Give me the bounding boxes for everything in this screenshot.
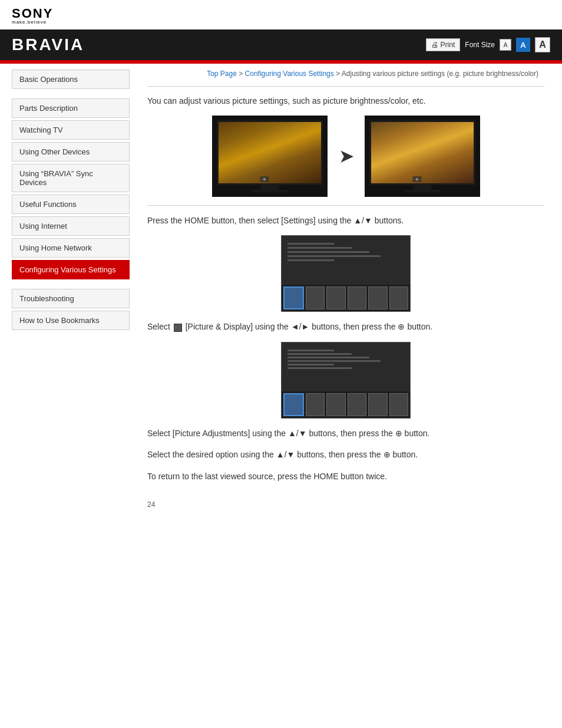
divider-1 [147, 86, 544, 87]
menu-line2-5 [287, 364, 334, 365]
grid2-cell-3 [326, 393, 346, 416]
tv-before: ◈ [212, 116, 328, 197]
breadcrumb-current: Adjusting various picture settings (e.g.… [342, 70, 538, 78]
menu-line2-6 [287, 367, 352, 369]
sidebar-item-how-to-use-bookmarks[interactable]: How to Use Bookmarks [12, 311, 130, 330]
font-size-large-button[interactable]: A [535, 37, 550, 52]
grid-cell-4 [348, 286, 367, 309]
menu-line2-3 [287, 357, 369, 358]
banner-title: BRAVIA [12, 35, 84, 54]
sony-text: SONY [12, 7, 53, 20]
step2-icon-desc: [Picture & Display] [186, 322, 253, 331]
screenshot2-container [147, 342, 544, 419]
grid-cell-3 [326, 286, 346, 309]
sony-logo: SONY make.believe [12, 7, 53, 25]
screenshot1-grid [282, 285, 410, 311]
tv-before-frame: ◈ [212, 116, 328, 197]
main-layout: Basic Operations Parts Description Watch… [0, 64, 562, 521]
grid-cell-6 [389, 286, 409, 309]
tv-before-stand [261, 185, 279, 190]
arrow-icon: ➤ [339, 147, 353, 166]
step3-text: Select [Picture Adjustments] using the ▲… [147, 427, 544, 440]
sidebar-item-parts-description[interactable]: Parts Description [12, 98, 130, 118]
tv-after-stand [414, 185, 431, 190]
grid-cell-2 [306, 286, 325, 309]
grid-cell-5 [368, 286, 388, 309]
screenshot1-container [147, 235, 544, 312]
menu-line-3 [287, 251, 369, 253]
tv-before-base [252, 190, 287, 192]
menu-line2-2 [287, 353, 352, 355]
screenshot2 [281, 342, 411, 419]
sidebar-item-watching-tv[interactable]: Watching TV [12, 120, 130, 140]
sidebar-item-using-home-network[interactable]: Using Home Network [12, 238, 130, 258]
screenshot1 [281, 235, 411, 312]
tv-after-base [405, 190, 440, 192]
banner: BRAVIA 🖨 Print Font Size A A A [0, 29, 562, 60]
menu-line2-1 [287, 350, 334, 351]
return-note: To return to the last viewed source, pre… [147, 470, 544, 483]
step2-text: Select [Picture & Display] using the ◄/►… [147, 320, 544, 333]
grid-cell-1 [283, 286, 304, 309]
menu-line-4 [287, 255, 381, 257]
sidebar-item-using-internet[interactable]: Using Internet [12, 216, 130, 236]
font-size-small-button[interactable]: A [500, 39, 511, 51]
step1-text: Press the HOME button, then select [Sett… [147, 214, 544, 227]
tv-before-screen: ◈ [217, 120, 323, 185]
tv-after: ◈ [365, 116, 480, 197]
divider-2 [147, 205, 544, 206]
sidebar-item-useful-functions[interactable]: Useful Functions [12, 195, 130, 214]
breadcrumb-configuring[interactable]: Configuring Various Settings [245, 70, 334, 78]
breadcrumb-sep1: > [239, 70, 244, 78]
banner-controls: 🖨 Print Font Size A A A [426, 37, 550, 52]
page-number: 24 [147, 500, 544, 515]
breadcrumb-sep2: > [336, 70, 342, 78]
menu-line2-4 [287, 360, 381, 362]
menu-line-2 [287, 247, 352, 249]
screenshot1-menu [282, 236, 410, 270]
tv-images: ◈ ➤ ◈ [147, 116, 544, 197]
print-button[interactable]: 🖨 Print [426, 38, 461, 51]
font-size-label: Font Size [465, 41, 495, 49]
tv-after-frame: ◈ [365, 116, 480, 197]
grid2-cell-5 [368, 393, 388, 416]
grid2-cell-4 [348, 393, 367, 416]
breadcrumb: Top Page > Configuring Various Settings … [147, 70, 544, 78]
grid2-cell-1 [283, 393, 304, 416]
intro-text: You can adjust various picture settings,… [147, 95, 544, 107]
picture-display-icon [174, 324, 182, 332]
screenshot2-menu [282, 342, 410, 378]
step4-text: Select the desired option using the ▲/▼ … [147, 448, 544, 461]
sony-tagline: make.believe [12, 20, 53, 25]
breadcrumb-top-page[interactable]: Top Page [207, 70, 237, 78]
font-size-medium-button[interactable]: A [516, 38, 530, 52]
print-icon: 🖨 [431, 41, 438, 49]
sidebar-item-using-other-devices[interactable]: Using Other Devices [12, 142, 130, 162]
content-area: Top Page > Configuring Various Settings … [141, 70, 550, 515]
menu-line-5 [287, 259, 334, 261]
top-header: SONY make.believe [0, 0, 562, 29]
menu-line-1 [287, 243, 334, 245]
grid2-cell-2 [306, 393, 325, 416]
screenshot2-grid [282, 391, 410, 418]
tv-after-screen: ◈ [369, 120, 475, 185]
grid2-cell-6 [389, 393, 409, 416]
sidebar-item-configuring-various-settings[interactable]: Configuring Various Settings [12, 260, 130, 279]
sidebar-item-basic-operations[interactable]: Basic Operations [12, 70, 130, 89]
step2-prefix: Select [147, 322, 173, 331]
sidebar-item-troubleshooting[interactable]: Troubleshooting [12, 289, 130, 308]
print-label: Print [441, 41, 455, 49]
sidebar: Basic Operations Parts Description Watch… [12, 70, 130, 515]
step2-suffix: using the ◄/► buttons, then press the ⊕ … [255, 322, 432, 331]
sidebar-item-using-bravia-sync[interactable]: Using “BRAVIA” Sync Devices [12, 164, 130, 192]
